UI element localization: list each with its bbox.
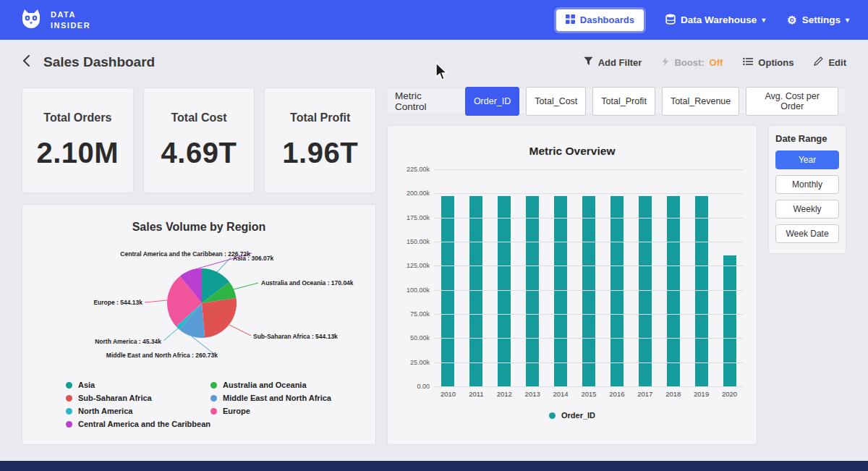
pie-legend-item-europe[interactable]: Europe: [210, 407, 355, 415]
boost-state: Off: [710, 57, 723, 68]
page-header-left: Sales Dashboard: [22, 54, 155, 70]
kpi-row: Total Orders 2.10M Total Cost 4.69T Tota…: [22, 88, 376, 193]
y-tick-label: 200.00k: [407, 190, 430, 197]
date-range-button-weekly[interactable]: Weekly: [775, 200, 839, 218]
pie-chart: Asia : 306.07kAustralia and Oceania : 17…: [34, 234, 365, 375]
bar-column: [462, 169, 490, 386]
bar-2013[interactable]: [526, 196, 539, 386]
brand-line-1: DATA: [51, 9, 90, 20]
y-tick-label: 100.00k: [407, 287, 430, 294]
pie-legend-item-asia[interactable]: Asia: [66, 381, 210, 389]
bar-2019[interactable]: [695, 196, 708, 386]
bar-2010[interactable]: [441, 196, 454, 386]
metric-button-total-cost[interactable]: Total_Cost: [526, 87, 586, 116]
bar-xaxis-labels: 2010201120122013201420152016201720182019…: [434, 390, 744, 398]
y-tick-label: 150.00k: [407, 238, 430, 245]
pie-label-sub-saharan-africa: Sub-Saharan Africa : 544.13k: [253, 333, 338, 340]
x-tick-label: 2015: [575, 390, 603, 398]
data-warehouse-menu[interactable]: Data Warehouse ▾: [665, 14, 765, 27]
date-range-button-year[interactable]: Year: [775, 150, 839, 169]
bar-2020[interactable]: [723, 255, 736, 386]
gridline: [434, 218, 744, 218]
pie-label-connector: [145, 300, 167, 302]
bar-column: [631, 169, 659, 386]
bar-2017[interactable]: [639, 196, 652, 386]
bar-chart-legend: Order_ID: [401, 411, 744, 420]
legend-dot: [66, 408, 72, 415]
metric-control-bar: Metric Control Order_IDTotal_CostTotal_P…: [387, 88, 846, 114]
dashboards-button[interactable]: Dashboards: [556, 9, 644, 31]
options-label: Options: [758, 57, 793, 68]
boost-label: Boost:: [674, 57, 704, 68]
chevron-down-icon: ▾: [762, 16, 765, 24]
legend-dot: [210, 395, 217, 402]
kpi-card-total-profit: Total Profit 1.96T: [264, 88, 376, 193]
kpi-label: Total Orders: [43, 111, 111, 124]
metric-button-total-profit[interactable]: Total_Profit: [592, 87, 655, 116]
bar-2015[interactable]: [582, 196, 595, 386]
kpi-card-total-cost: Total Cost 4.69T: [143, 88, 255, 193]
bar-2011[interactable]: [469, 196, 482, 386]
bar-2018[interactable]: [667, 196, 680, 386]
y-tick-label: 125.00k: [407, 262, 430, 269]
pie-chart-title: Sales Volume by Region: [34, 221, 364, 234]
pie-label-connector: [234, 283, 258, 289]
dashboards-label: Dashboards: [580, 14, 634, 25]
x-tick-label: 2019: [687, 390, 715, 398]
bar-2016[interactable]: [610, 196, 624, 386]
x-tick-label: 2014: [547, 390, 575, 398]
pie-legend-item-middle-east-and-north-africa[interactable]: Middle East and North Africa: [210, 394, 355, 402]
legend-dot: [66, 421, 72, 428]
database-icon: [665, 14, 676, 27]
x-tick-label: 2016: [603, 390, 631, 398]
date-range-card: Date Range YearMonthlyWeeklyWeek Date: [768, 125, 846, 254]
edit-button[interactable]: Edit: [814, 56, 846, 68]
pie-label-north-america: North America : 45.34k: [95, 338, 161, 345]
brand-line-2: INSIDER: [51, 20, 90, 31]
legend-dot: [549, 412, 556, 419]
chevron-down-icon: ▾: [846, 16, 849, 24]
metric-button-total-revenue[interactable]: Total_Revenue: [662, 87, 739, 116]
pie-legend-item-central-america-and-the-caribbean[interactable]: Central America and the Caribbean: [66, 420, 210, 428]
kpi-value: 2.10M: [37, 137, 119, 169]
date-range-button-week-date[interactable]: Week Date: [775, 224, 839, 243]
legend-dot: [66, 382, 72, 389]
metric-buttons: Order_IDTotal_CostTotal_ProfitTotal_Reve…: [465, 87, 838, 116]
bar-column: [490, 169, 519, 386]
metric-button-order-id[interactable]: Order_ID: [465, 87, 519, 116]
back-button[interactable]: [22, 54, 30, 70]
right-column: Metric Control Order_IDTotal_CostTotal_P…: [387, 88, 846, 445]
gridline: [434, 338, 744, 339]
legend-label: Australia and Oceania: [223, 381, 307, 389]
pie-legend-item-sub-saharan-africa[interactable]: Sub-Saharan Africa: [66, 394, 210, 402]
bar-column: [519, 169, 547, 386]
date-range-button-monthly[interactable]: Monthly: [775, 175, 839, 194]
page-header-actions: Add Filter Boost: Off Options Edit: [584, 56, 846, 69]
bar-yaxis: 0.0025.00k50.00k75.00k100.00k125.00k150.…: [401, 169, 434, 386]
x-tick-label: 2017: [631, 390, 659, 398]
pie-label-central-america-and-the-caribbean: Central America and the Caribbean : 226.…: [120, 250, 250, 258]
metric-button-avg-cost-per-order[interactable]: Avg. Cost per Order: [746, 87, 838, 116]
filter-funnel-icon: [584, 56, 593, 68]
boost-toggle[interactable]: Boost: Off: [662, 56, 723, 69]
settings-menu[interactable]: ⚙ Settings ▾: [787, 14, 849, 25]
pie-legend-item-north-america[interactable]: North America: [66, 407, 210, 415]
bar-chart-title: Metric Overview: [401, 145, 744, 158]
bar-2012[interactable]: [498, 196, 511, 386]
options-button[interactable]: Options: [743, 57, 793, 68]
kpi-value: 4.69T: [161, 137, 237, 169]
page-header: Sales Dashboard Add Filter Boost: Off: [0, 40, 868, 80]
y-tick-label: 175.00k: [407, 214, 430, 221]
y-tick-label: 50.00k: [410, 334, 430, 341]
x-tick-label: 2012: [490, 390, 519, 398]
x-tick-label: 2011: [462, 390, 490, 398]
pie-legend-item-australia-and-oceania[interactable]: Australia and Oceania: [210, 381, 355, 389]
list-icon: [743, 57, 753, 68]
pie-slice-sub-saharan-africa[interactable]: [202, 298, 237, 338]
bar-column: [575, 169, 603, 386]
kpi-label: Total Cost: [171, 111, 226, 124]
add-filter-button[interactable]: Add Filter: [584, 56, 642, 68]
legend-dot: [210, 382, 217, 389]
data-warehouse-label: Data Warehouse: [681, 14, 757, 25]
bar-2014[interactable]: [554, 196, 567, 386]
